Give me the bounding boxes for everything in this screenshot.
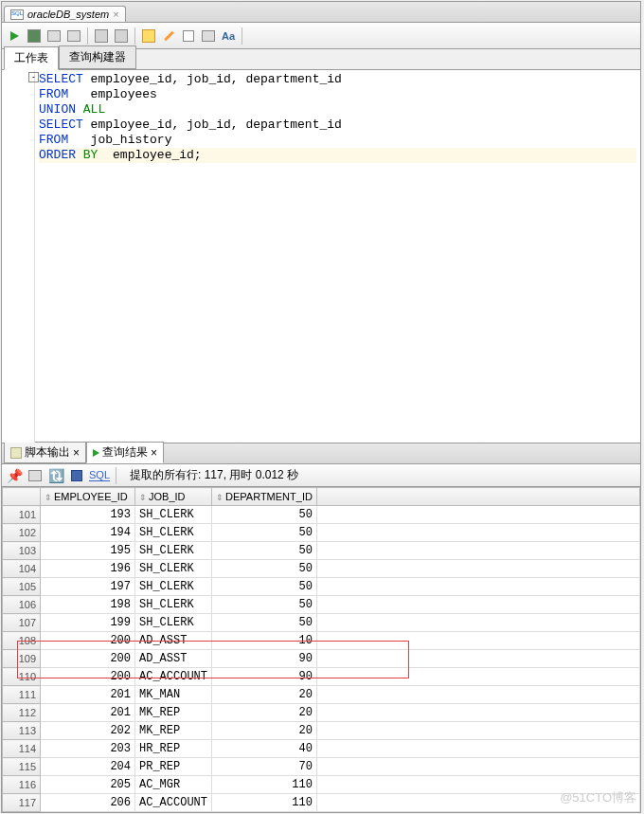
table-row[interactable]: 105197SH_CLERK50 [3,578,640,596]
cell-employee-id[interactable]: 201 [41,704,135,722]
print-button[interactable] [27,467,44,484]
export-button[interactable] [68,467,85,484]
clear-button[interactable] [180,27,197,45]
cell-employee-id[interactable]: 199 [41,614,135,632]
table-row[interactable]: 116205AC_MGR110 [3,776,640,794]
cell-job-id[interactable]: AD_ASST [135,650,212,668]
cell-job-id[interactable]: HR_REP [135,740,212,758]
tab-query-builder[interactable]: 查询构建器 [59,45,136,69]
connection-tab[interactable]: oracleDB_system × [4,6,126,22]
table-row[interactable]: 111201MK_MAN20 [3,686,640,704]
cell-department-id[interactable]: 90 [212,668,317,686]
close-icon[interactable]: × [151,446,157,460]
sql-code[interactable]: SELECT employee_id, job_id, department_i… [35,70,640,443]
cell-employee-id[interactable]: 206 [41,794,135,812]
close-icon[interactable]: × [113,9,118,20]
table-row[interactable]: 107199SH_CLERK50 [3,614,640,632]
cell-job-id[interactable]: SH_CLERK [135,524,212,542]
cell-department-id[interactable]: 70 [212,758,317,776]
cell-department-id[interactable]: 40 [212,740,317,758]
cell-job-id[interactable]: SH_CLERK [135,578,212,596]
cell-employee-id[interactable]: 202 [41,722,135,740]
rollback-button[interactable] [113,27,130,45]
column-header-employee-id[interactable]: ⇕EMPLOYEE_ID [41,488,135,506]
column-header-job-id[interactable]: ⇕JOB_ID [135,488,212,506]
table-row[interactable]: 117206AC_ACCOUNT110 [3,794,640,812]
pin-button[interactable]: 📌 [6,467,23,484]
table-row[interactable]: 112201MK_REP20 [3,704,640,722]
cell-department-id[interactable]: 50 [212,560,317,578]
cell-employee-id[interactable]: 193 [41,506,135,524]
cell-job-id[interactable]: SH_CLERK [135,560,212,578]
cell-employee-id[interactable]: 198 [41,596,135,614]
cell-job-id[interactable]: SH_CLERK [135,542,212,560]
run-button[interactable] [6,27,23,45]
cell-employee-id[interactable]: 196 [41,560,135,578]
cell-employee-id[interactable]: 194 [41,524,135,542]
cell-department-id[interactable]: 50 [212,524,317,542]
cell-department-id[interactable]: 50 [212,614,317,632]
cell-department-id[interactable]: 50 [212,596,317,614]
table-row[interactable]: 101193SH_CLERK50 [3,506,640,524]
sql-link[interactable]: SQL [89,469,110,481]
cell-job-id[interactable]: MK_MAN [135,686,212,704]
run-script-button[interactable] [26,27,43,45]
cell-job-id[interactable]: PR_REP [135,758,212,776]
cell-department-id[interactable]: 50 [212,578,317,596]
cell-department-id[interactable]: 20 [212,704,317,722]
cell-job-id[interactable]: MK_REP [135,704,212,722]
cell-job-id[interactable]: SH_CLERK [135,614,212,632]
table-row[interactable]: 108200AD_ASST10 [3,632,640,650]
table-row[interactable]: 106198SH_CLERK50 [3,596,640,614]
table-row[interactable]: 115204PR_REP70 [3,758,640,776]
table-row[interactable]: 110200AC_ACCOUNT90 [3,668,640,686]
table-row[interactable]: 102194SH_CLERK50 [3,524,640,542]
cell-employee-id[interactable]: 205 [41,776,135,794]
commit-button[interactable] [93,27,110,45]
tab-script-output[interactable]: 脚本输出 × [4,442,86,463]
cell-employee-id[interactable]: 201 [41,686,135,704]
column-header-department-id[interactable]: ⇕DEPARTMENT_ID [212,488,317,506]
cell-employee-id[interactable]: 200 [41,632,135,650]
cell-job-id[interactable]: AC_ACCOUNT [135,668,212,686]
tab-query-result[interactable]: 查询结果 × [86,442,164,463]
autotrace-button[interactable] [65,27,82,45]
cell-job-id[interactable]: SH_CLERK [135,596,212,614]
close-icon[interactable]: × [73,446,80,460]
cell-employee-id[interactable]: 197 [41,578,135,596]
sql-editor[interactable]: - SELECT employee_id, job_id, department… [2,70,640,443]
cell-department-id[interactable]: 50 [212,506,317,524]
cell-department-id[interactable]: 90 [212,650,317,668]
table-row[interactable]: 113202MK_REP20 [3,722,640,740]
cell-employee-id[interactable]: 203 [41,740,135,758]
row-number-header[interactable] [3,488,41,506]
explain-button[interactable] [45,27,63,45]
cell-department-id[interactable]: 110 [212,794,317,812]
refresh-button[interactable]: 🔃 [47,467,64,484]
cell-employee-id[interactable]: 195 [41,542,135,560]
table-row[interactable]: 104196SH_CLERK50 [3,560,640,578]
cell-employee-id[interactable]: 200 [41,668,135,686]
cell-employee-id[interactable]: 200 [41,650,135,668]
cell-department-id[interactable]: 20 [212,722,317,740]
cell-job-id[interactable]: MK_REP [135,722,212,740]
case-button[interactable]: Aa [220,27,237,45]
cell-department-id[interactable]: 10 [212,632,317,650]
cell-employee-id[interactable]: 204 [41,758,135,776]
history-button[interactable] [200,27,217,45]
cell-job-id[interactable]: AC_ACCOUNT [135,794,212,812]
result-grid[interactable]: ⇕EMPLOYEE_ID ⇕JOB_ID ⇕DEPARTMENT_ID 1011… [2,487,640,812]
cell-department-id[interactable]: 110 [212,776,317,794]
cell-job-id[interactable]: SH_CLERK [135,506,212,524]
cell-job-id[interactable]: AC_MGR [135,776,212,794]
fold-button[interactable]: - [28,72,39,82]
tab-worksheet[interactable]: 工作表 [4,46,59,70]
sql-tuning-button[interactable] [140,27,157,45]
cell-department-id[interactable]: 50 [212,542,317,560]
table-row[interactable]: 109200AD_ASST90 [3,650,640,668]
table-row[interactable]: 103195SH_CLERK50 [3,542,640,560]
cell-department-id[interactable]: 20 [212,686,317,704]
format-button[interactable] [160,27,177,45]
table-row[interactable]: 114203HR_REP40 [3,740,640,758]
cell-job-id[interactable]: AD_ASST [135,632,212,650]
